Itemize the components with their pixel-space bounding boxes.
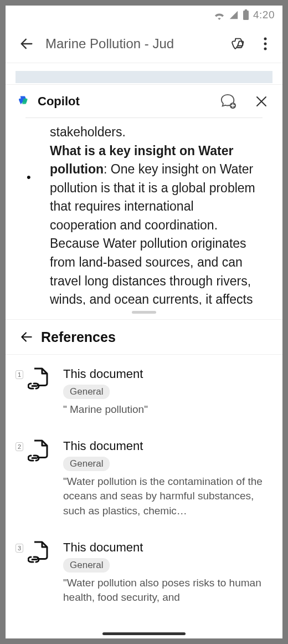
wifi-icon (213, 10, 225, 20)
panel-drag-handle[interactable] (6, 305, 282, 319)
reference-body: This document General "Water pollution a… (63, 540, 272, 605)
references-title: References (41, 329, 116, 345)
battery-icon (242, 9, 250, 21)
svg-point-2 (264, 37, 267, 40)
reference-title: This document (63, 439, 269, 453)
copilot-logo-icon (16, 94, 31, 109)
document-title: Marine Pollution - Jud (45, 36, 227, 52)
copilot-response[interactable]: stakeholders. • What is a key insight on… (6, 117, 282, 305)
svg-point-4 (264, 47, 267, 50)
copilot-panel-title: Copilot (38, 94, 217, 109)
reference-tag: General (63, 558, 110, 573)
document-link-icon (27, 367, 51, 391)
reference-item[interactable]: 1 This document General " Marine polluti… (16, 367, 272, 417)
chat-plus-icon (220, 93, 236, 110)
reference-number-badge: 1 (16, 370, 23, 379)
document-peek (6, 63, 282, 84)
new-chat-button[interactable] (217, 90, 239, 113)
more-options-button[interactable] (256, 33, 275, 55)
svg-rect-0 (243, 11, 249, 20)
app-header: Marine Pollution - Jud (6, 24, 282, 63)
reference-body: This document General " Marine pollution… (63, 367, 272, 417)
arrow-left-icon (19, 330, 34, 344)
copilot-panel-header: Copilot (6, 84, 282, 117)
reference-body: This document General "Water pollution i… (63, 439, 272, 518)
close-copilot-button[interactable] (250, 90, 272, 113)
references-back-button[interactable] (16, 326, 38, 348)
reference-item[interactable]: 2 This document General "Water pollution… (16, 439, 272, 518)
app-screen: 4:20 Marine Pollution - Jud Copilot (0, 0, 288, 644)
document-link-icon (27, 540, 51, 565)
status-time: 4:20 (253, 9, 275, 21)
references-header: References (6, 319, 282, 355)
home-indicator[interactable] (6, 632, 282, 635)
reference-tag: General (63, 457, 110, 471)
copilot-response-line: stakeholders. (38, 123, 263, 142)
reference-snippet: " Marine pollution" (63, 402, 269, 417)
arrow-left-icon (19, 36, 34, 52)
reference-snippet: "Water pollution also poses risks to hum… (63, 576, 269, 605)
reference-tag: General (63, 385, 110, 399)
references-list[interactable]: 1 This document General " Marine polluti… (6, 355, 282, 605)
bullet-icon: • (27, 168, 31, 186)
svg-point-3 (264, 42, 267, 45)
document-content-selection (16, 71, 272, 83)
copilot-prev-fragment: stakeholders. (38, 123, 263, 142)
copilot-bullet-item: • What is a key insight on Water polluti… (38, 142, 263, 305)
reference-title: This document (63, 367, 269, 381)
document-link-icon (27, 439, 51, 463)
status-bar: 4:20 (6, 6, 282, 24)
reference-item[interactable]: 3 This document General "Water pollution… (16, 540, 272, 605)
reference-number-badge: 2 (16, 442, 23, 451)
reference-number-badge: 3 (16, 544, 23, 553)
reference-snippet: "Water pollution is the contamination of… (63, 474, 269, 518)
copilot-outline-icon (230, 35, 246, 52)
cell-signal-icon (229, 10, 239, 20)
copilot-bullet-text: : One key insight on Water pollution is … (50, 162, 255, 305)
back-button[interactable] (16, 33, 38, 55)
svg-rect-1 (245, 9, 247, 11)
reference-title: This document (63, 540, 269, 555)
copilot-toolbar-button[interactable] (227, 33, 249, 55)
more-vertical-icon (264, 37, 267, 50)
close-icon (255, 95, 268, 108)
